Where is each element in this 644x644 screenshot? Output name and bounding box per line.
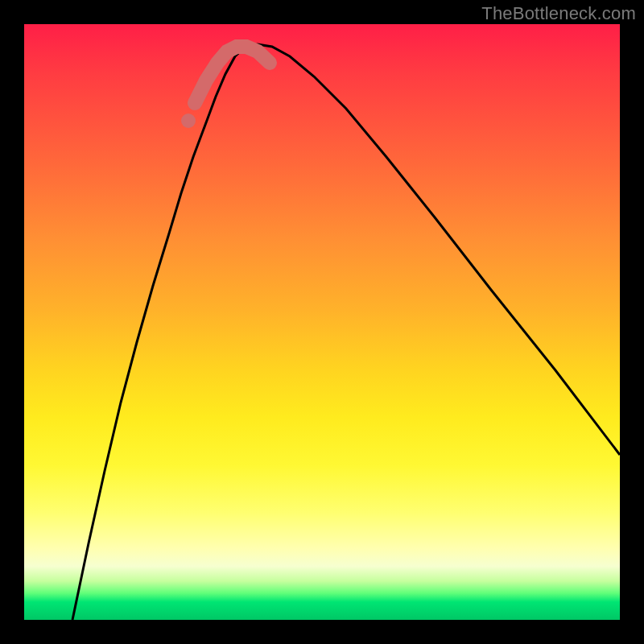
curve-layer <box>24 24 620 620</box>
chart-frame: TheBottleneck.com <box>0 0 644 644</box>
highlight-band <box>195 47 270 103</box>
watermark-text: TheBottleneck.com <box>481 3 636 24</box>
bottleneck-curve <box>72 44 620 620</box>
highlight-dot <box>181 114 196 128</box>
